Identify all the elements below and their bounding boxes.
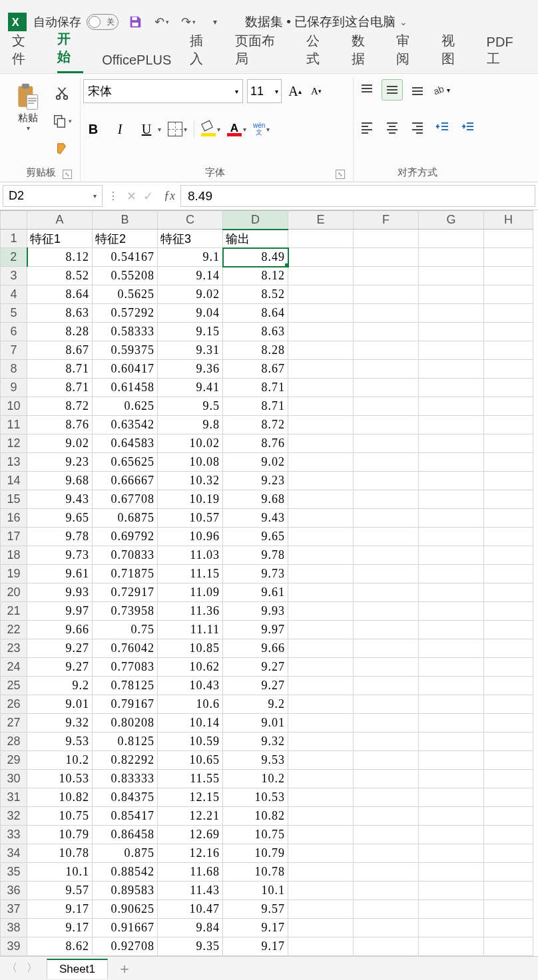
cell[interactable] xyxy=(484,285,533,304)
cell[interactable] xyxy=(354,677,419,695)
row-header[interactable]: 33 xyxy=(1,826,27,844)
cell[interactable]: 9.02 xyxy=(223,453,288,472)
row-header[interactable]: 32 xyxy=(1,807,27,826)
row-header[interactable]: 36 xyxy=(1,882,27,900)
tab-home[interactable]: 开始 xyxy=(57,30,84,73)
cell[interactable]: 9.27 xyxy=(223,658,288,677)
cell[interactable] xyxy=(419,304,484,323)
cell[interactable]: 8.62 xyxy=(27,937,93,956)
cell[interactable] xyxy=(354,583,419,602)
cell[interactable]: 10.1 xyxy=(27,863,93,882)
cell[interactable] xyxy=(484,583,533,602)
cell[interactable]: 0.70833 xyxy=(93,546,158,565)
cell[interactable]: 12.21 xyxy=(158,807,223,826)
cell[interactable]: 0.54167 xyxy=(93,248,158,267)
cell[interactable] xyxy=(484,230,533,248)
cell[interactable] xyxy=(354,434,419,453)
cell[interactable] xyxy=(419,416,484,434)
cell[interactable]: 0.89583 xyxy=(93,882,158,900)
cell[interactable]: 9.17 xyxy=(27,919,93,937)
cell[interactable] xyxy=(354,416,419,434)
cell[interactable]: 0.5625 xyxy=(93,285,158,304)
cell[interactable]: 9.43 xyxy=(223,509,288,528)
cell[interactable] xyxy=(288,267,354,285)
cell[interactable]: 8.71 xyxy=(223,379,288,397)
cell[interactable]: 0.77083 xyxy=(93,658,158,677)
cell[interactable]: 9.32 xyxy=(223,733,288,751)
cell[interactable] xyxy=(484,565,533,583)
cell[interactable] xyxy=(419,714,484,733)
cell[interactable]: 9.1 xyxy=(158,248,223,267)
cell[interactable]: 9.65 xyxy=(223,528,288,546)
cell[interactable]: 10.82 xyxy=(27,788,93,807)
cell[interactable]: 8.52 xyxy=(27,267,93,285)
align-right-button[interactable] xyxy=(407,116,428,138)
cell[interactable] xyxy=(288,677,354,695)
cell[interactable]: 9.2 xyxy=(27,677,93,695)
qat-customize[interactable]: ▾ xyxy=(205,12,225,32)
cell[interactable] xyxy=(484,267,533,285)
row-header[interactable]: 30 xyxy=(1,770,27,788)
cell[interactable]: 12.69 xyxy=(158,826,223,844)
cell[interactable]: 9.93 xyxy=(27,583,93,602)
cell[interactable] xyxy=(419,882,484,900)
cell[interactable]: 0.69792 xyxy=(93,528,158,546)
cell[interactable]: 8.28 xyxy=(223,341,288,360)
cell[interactable]: 9.66 xyxy=(223,639,288,658)
cancel-formula-button[interactable]: ✕ xyxy=(127,189,136,204)
cell[interactable] xyxy=(484,788,533,807)
cell[interactable] xyxy=(288,900,354,919)
decrease-font-button[interactable]: A▾ xyxy=(307,79,326,103)
cell[interactable]: 10.6 xyxy=(158,695,223,714)
cell[interactable] xyxy=(484,453,533,472)
cell[interactable] xyxy=(354,528,419,546)
cell[interactable]: 11.11 xyxy=(158,621,223,639)
cell[interactable]: 0.6875 xyxy=(93,509,158,528)
cell[interactable] xyxy=(354,285,419,304)
cell[interactable]: 10.14 xyxy=(158,714,223,733)
cell[interactable]: 10.53 xyxy=(223,788,288,807)
cell[interactable]: 特征2 xyxy=(93,230,158,248)
row-header[interactable]: 29 xyxy=(1,751,27,770)
cell[interactable] xyxy=(288,882,354,900)
cell[interactable]: 8.71 xyxy=(223,397,288,416)
sheet-nav-next[interactable]: 〉 xyxy=(27,961,37,975)
redo-button[interactable]: ↷▾ xyxy=(178,12,198,32)
cell[interactable] xyxy=(354,248,419,267)
cell[interactable]: 0.79167 xyxy=(93,695,158,714)
cell[interactable] xyxy=(354,639,419,658)
cell[interactable] xyxy=(288,304,354,323)
cell[interactable]: 9.17 xyxy=(27,900,93,919)
cell[interactable]: 0.90625 xyxy=(93,900,158,919)
row-header[interactable]: 39 xyxy=(1,937,27,956)
cell[interactable] xyxy=(288,826,354,844)
cell[interactable] xyxy=(288,379,354,397)
cell[interactable] xyxy=(419,285,484,304)
cell[interactable]: 10.47 xyxy=(158,900,223,919)
cell[interactable]: 0.63542 xyxy=(93,416,158,434)
cell[interactable] xyxy=(288,528,354,546)
row-header[interactable]: 25 xyxy=(1,677,27,695)
cell[interactable]: 0.92708 xyxy=(93,937,158,956)
cell[interactable] xyxy=(288,360,354,379)
cell[interactable] xyxy=(288,509,354,528)
tab-formulas[interactable]: 公式 xyxy=(306,32,333,73)
row-header[interactable]: 5 xyxy=(1,304,27,323)
cell[interactable] xyxy=(354,621,419,639)
cell[interactable] xyxy=(288,565,354,583)
font-size-select[interactable]: 11▾ xyxy=(247,79,282,103)
cell[interactable] xyxy=(354,733,419,751)
cell[interactable]: 8.63 xyxy=(27,304,93,323)
cell[interactable] xyxy=(419,937,484,956)
cell[interactable]: 10.2 xyxy=(223,770,288,788)
cell[interactable]: 0.84375 xyxy=(93,788,158,807)
cell[interactable]: 9.2 xyxy=(223,695,288,714)
cell[interactable] xyxy=(419,695,484,714)
cell[interactable] xyxy=(484,360,533,379)
cell[interactable] xyxy=(288,583,354,602)
cell[interactable]: 9.23 xyxy=(27,453,93,472)
cell[interactable]: 9.23 xyxy=(223,472,288,490)
tab-insert[interactable]: 插入 xyxy=(190,32,216,73)
cell[interactable] xyxy=(354,900,419,919)
cell[interactable] xyxy=(354,490,419,509)
